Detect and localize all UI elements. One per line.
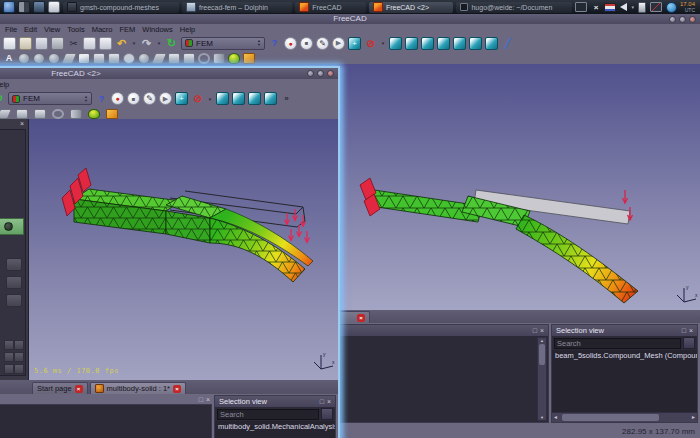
macro-record-icon[interactable]: ● <box>284 37 297 50</box>
picked-list-toggle-icon[interactable] <box>683 337 695 349</box>
macro-record-icon[interactable]: ● <box>111 92 124 105</box>
fem-constraint-heatflux-icon[interactable] <box>52 109 64 119</box>
taskbar-window-button[interactable]: FreeCAD <box>295 2 366 13</box>
selection-list-item[interactable]: beam_5solids.Compound_Mesh (Compound_Me <box>555 351 694 361</box>
clock[interactable]: 17.04 UTC <box>680 1 697 13</box>
network-offline-icon[interactable] <box>650 2 662 12</box>
save-icon[interactable] <box>35 37 48 50</box>
menu-item[interactable]: Tools <box>67 25 85 34</box>
taskbar-window-button[interactable]: gmsh-compound-meshes <box>63 2 179 13</box>
print-icon[interactable] <box>51 37 64 50</box>
redo-icon[interactable]: ↷ <box>140 37 153 50</box>
maximize-button[interactable] <box>679 16 686 23</box>
menu-item[interactable]: Windows <box>142 25 172 34</box>
float-panel-icon[interactable] <box>320 398 324 405</box>
workbench-selector[interactable]: FEM <box>8 92 92 105</box>
taskbar-window-button[interactable]: FreeCAD <2> <box>369 2 454 13</box>
menu-item[interactable]: Help <box>180 25 195 34</box>
child-title-bar[interactable]: FreeCAD <2> <box>0 68 338 79</box>
view-right-icon[interactable] <box>264 92 277 105</box>
fem-constraint-displacement-icon[interactable] <box>108 53 120 64</box>
tab-close-icon[interactable] <box>173 385 181 393</box>
workbench-selector[interactable]: FEM <box>181 37 265 50</box>
view-top-icon[interactable] <box>248 92 261 105</box>
close-panel-icon[interactable] <box>689 327 693 334</box>
tab-close-icon[interactable] <box>75 385 83 393</box>
view-axonometric-icon[interactable] <box>216 92 229 105</box>
app-launcher-icon[interactable] <box>3 1 15 13</box>
macro-play-icon[interactable]: ▶ <box>159 92 172 105</box>
new-file-icon[interactable] <box>3 37 16 50</box>
maximize-button[interactable] <box>317 70 324 77</box>
menu-item[interactable]: Macro <box>92 25 113 34</box>
combo-spin-arrows[interactable] <box>84 95 88 103</box>
fem-mesh-region-icon[interactable] <box>243 53 255 64</box>
toolbar-overflow-icon[interactable]: » <box>280 92 293 105</box>
view-front-icon[interactable] <box>232 92 245 105</box>
fem-constraint-self-weight-icon[interactable] <box>168 53 180 64</box>
fem-constraint-force-icon[interactable] <box>138 53 150 64</box>
pager-icon[interactable] <box>18 1 30 13</box>
keyboard-layout-icon[interactable] <box>604 3 616 12</box>
report-view-content[interactable] <box>0 404 212 438</box>
whats-this-icon[interactable]: ? <box>95 92 108 105</box>
scrollbar-thumb[interactable] <box>562 414 659 421</box>
menu-item[interactable]: View <box>44 25 60 34</box>
macro-stop-icon[interactable]: ■ <box>300 37 313 50</box>
draw-style-icon[interactable]: ⊘ <box>364 37 377 50</box>
scrollbar-thumb[interactable] <box>539 344 545 365</box>
fem-constraint-pressure-icon[interactable] <box>151 53 167 64</box>
view-top-icon[interactable] <box>421 37 434 50</box>
close-button[interactable] <box>327 70 334 77</box>
cut-icon[interactable]: ✂ <box>67 37 80 50</box>
menu-item[interactable]: Help <box>0 80 9 89</box>
taskbar-window-button[interactable]: hugo@weide: ~/Documen <box>456 2 572 13</box>
fem-constraint-fixed-icon[interactable] <box>93 53 105 64</box>
panel-button[interactable] <box>14 364 24 374</box>
document-tab[interactable]: multibody-solid : 1* <box>90 382 186 394</box>
dock-close-icon[interactable] <box>20 120 24 127</box>
horizontal-scrollbar[interactable] <box>552 412 697 422</box>
fem-constraint-pressure-icon[interactable] <box>0 109 12 119</box>
whats-this-icon[interactable]: ? <box>268 37 281 50</box>
fem-mesh-display-icon[interactable] <box>88 109 100 119</box>
panel-button[interactable] <box>4 352 14 362</box>
main-title-bar[interactable]: FreeCAD <box>0 14 700 24</box>
panel-button[interactable] <box>6 258 22 271</box>
draw-style-arrow-icon[interactable]: ▾ <box>380 37 386 50</box>
view-left-icon[interactable] <box>485 37 498 50</box>
close-panel-icon[interactable] <box>540 327 544 334</box>
open-file-icon[interactable] <box>19 37 32 50</box>
view-bottom-icon[interactable] <box>469 37 482 50</box>
float-panel-icon[interactable] <box>533 327 537 334</box>
view-right-icon[interactable] <box>437 37 450 50</box>
panel-button[interactable] <box>6 294 22 307</box>
undo-menu-arrow-icon[interactable]: ▾ <box>131 37 137 50</box>
fem-nonlinear-material-icon[interactable] <box>48 53 60 64</box>
menu-item[interactable]: File <box>5 25 17 34</box>
panel-button[interactable] <box>4 364 14 374</box>
file-manager-icon[interactable] <box>48 1 60 13</box>
fit-all-icon[interactable]: + <box>175 92 188 105</box>
refresh-icon[interactable]: ↻ <box>165 37 178 50</box>
macro-edit-icon[interactable]: ✎ <box>143 92 156 105</box>
fem-beam-section-icon[interactable] <box>61 53 77 64</box>
view-axonometric-icon[interactable] <box>389 37 402 50</box>
draw-style-arrow-icon[interactable]: ▾ <box>207 92 213 105</box>
clipboard-icon[interactable] <box>591 3 600 12</box>
combo-spin-arrows[interactable] <box>257 39 261 47</box>
taskbar-window-button[interactable]: freecad-fem – Dolphin <box>182 2 292 13</box>
float-panel-icon[interactable] <box>682 327 686 334</box>
fem-constraint-temperature-icon[interactable] <box>183 53 195 64</box>
fem-constraint-initial-temperature-icon[interactable] <box>213 53 225 64</box>
updates-icon[interactable] <box>666 2 677 13</box>
measure-distance-icon[interactable]: ╱ <box>501 37 514 50</box>
picked-list-toggle-icon[interactable] <box>321 408 333 420</box>
search-input[interactable] <box>217 409 319 420</box>
selected-tree-item[interactable] <box>0 218 24 235</box>
redo-menu-arrow-icon[interactable]: ▾ <box>156 37 162 50</box>
fem-constraint-initial-temperature-icon[interactable] <box>70 109 82 119</box>
fem-constraint-self-weight-icon[interactable] <box>16 109 28 119</box>
panel-button[interactable] <box>6 276 22 289</box>
display-settings-icon[interactable] <box>575 2 587 12</box>
